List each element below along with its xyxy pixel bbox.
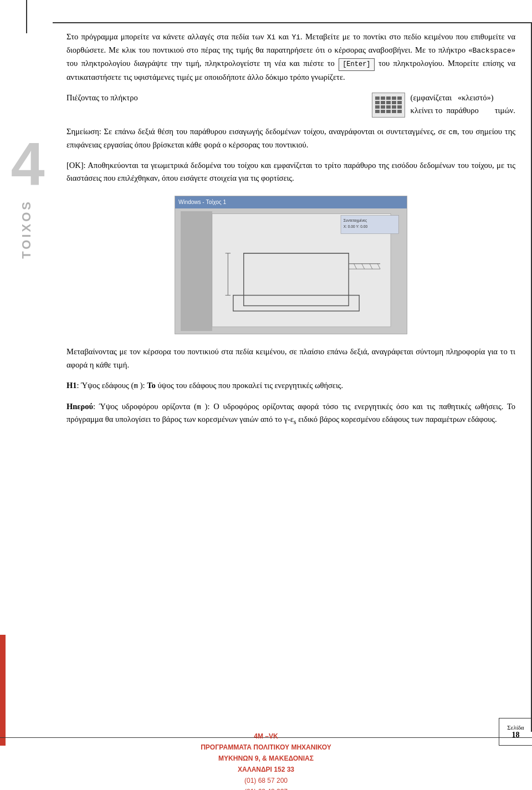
footer-line-2: ΠΡΟΓΡΑΜΜΑΤΑ ΠΟΛΙΤΙΚΟΥ ΜΗΧΑΝΙΚΟΥ — [201, 742, 331, 752]
main-content: Στο πρόγραμμα μπορείτε να κάνετε αλλαγές… — [66, 30, 515, 735]
keyboard-label-right2: κλείνει το παράθυρο τιμών. — [411, 104, 515, 117]
keyboard-icon — [372, 93, 405, 118]
paragraph-4: Μεταβαίνοντας με τον κέρσορα του ποντικι… — [66, 345, 515, 371]
svg-rect-1 — [181, 211, 212, 331]
footer-line-3: ΜΥΚΗΝΩΝ 9, & ΜΑΚΕΔΟΝΙΑΣ — [218, 753, 314, 763]
svg-text:X: 0.00  Y: 0.00: X: 0.00 Y: 0.00 — [344, 225, 368, 229]
screenshot-drawing-area: Συντεταγμένες X: 0.00 Y: 0.00 — [175, 208, 407, 334]
paragraph-1: Στο πρόγραμμα μπορείτε να κάνετε αλλαγές… — [66, 30, 515, 84]
page-container: 4 TOIXOS Στο πρόγραμμα μπορείτε να κάνετ… — [0, 0, 532, 790]
keyboard-label-right1: (εμφανίζεται «κλειστό») — [411, 91, 515, 104]
top-border — [53, 22, 532, 23]
footer: 4M –VK ΠΡΟΓΡΑΜΜΑΤΑ ΠΟΛΙΤΙΚΟΥ ΜΗΧΑΝΙΚΟΥ Μ… — [0, 737, 532, 790]
paragraph-6: Hnερού: Ύψος υδροφόρου ορίζοντα (m ): Ο … — [66, 400, 515, 428]
keyboard-section: Πιέζοντας το πλήκτρο (εμφανίζεται «κλεισ… — [66, 91, 515, 118]
sidebar-bottom-bar — [0, 635, 6, 746]
footer-line-1: 4M –VK — [254, 731, 278, 741]
sidebar-number: 4 — [11, 133, 42, 194]
sidebar-text: TOIXOS — [18, 200, 35, 259]
content-body: Στο πρόγραμμα μπορείτε να κάνετε αλλαγές… — [66, 30, 515, 428]
keyboard-grid-icon — [373, 94, 404, 115]
footer-line-4: ΧΑΛΑΝΔΡΙ 152 33 — [238, 764, 294, 774]
keyboard-label-left: Πιέζοντας το πλήκτρο — [66, 91, 366, 104]
sidebar-text-content: TOIXOS — [19, 200, 33, 259]
screenshot-body: Windows - Τοίχος 1 — [175, 196, 407, 334]
screenshot-image: Windows - Τοίχος 1 — [175, 196, 407, 334]
paragraph-2: Σημείωση: Σε επάνω δεξιά θέση του παράθυ… — [66, 125, 515, 151]
paragraph-3: [ΟΚ]: Αποθηκεύονται τα γεωμετρικά δεδομέ… — [66, 159, 515, 185]
sidebar-top-line — [26, 0, 27, 33]
footer-line-6: (01) 68 48 237 — [244, 787, 288, 790]
left-sidebar: 4 TOIXOS — [0, 0, 53, 790]
screenshot-title-text: Windows - Τοίχος 1 — [178, 198, 226, 207]
page-label: Σελίδα — [507, 724, 524, 731]
screenshot-svg: Συντεταγμένες X: 0.00 Y: 0.00 — [178, 211, 404, 331]
screenshot-titlebar: Windows - Τοίχος 1 — [175, 196, 407, 208]
paragraph-5: H1: Ύψος εδάφους (m ): Το ύψος του εδάφο… — [66, 379, 515, 393]
svg-text:Συντεταγμένες: Συντεταγμένες — [344, 218, 367, 223]
footer-line-5: (01) 68 57 200 — [244, 776, 288, 786]
keyboard-label-right-group: (εμφανίζεται «κλειστό») κλείνει το παράθ… — [411, 91, 515, 117]
